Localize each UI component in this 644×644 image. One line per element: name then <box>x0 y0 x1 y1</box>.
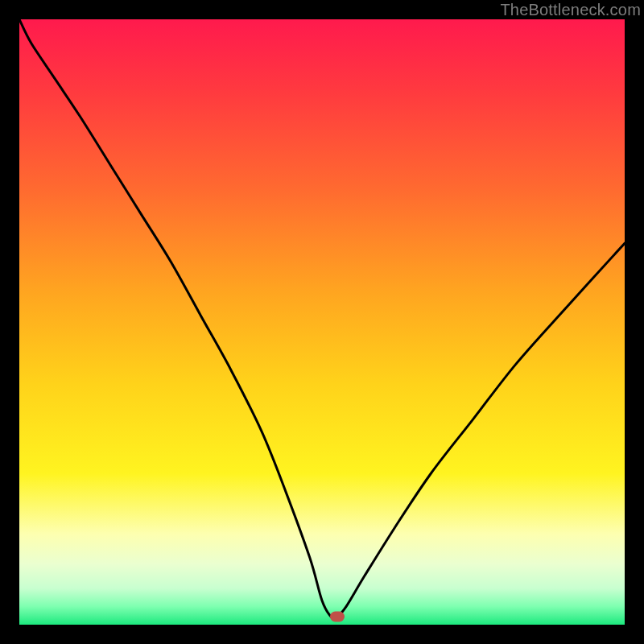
optimal-point-marker <box>330 612 345 622</box>
plot-area <box>19 19 625 625</box>
watermark-text: TheBottleneck.com <box>500 1 641 19</box>
chart-frame: TheBottleneck.com <box>0 0 644 644</box>
bottleneck-curve-path <box>19 19 625 618</box>
bottleneck-curve-svg <box>19 19 625 625</box>
